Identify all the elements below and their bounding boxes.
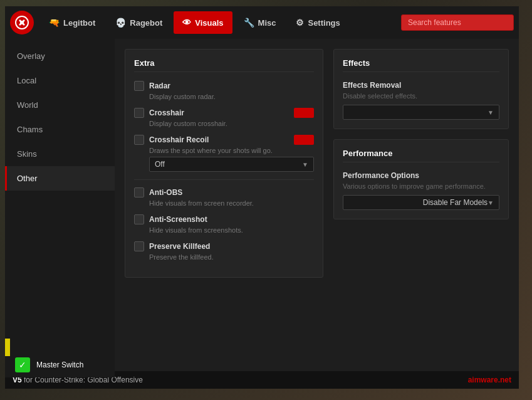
effects-removal-label: Effects Removal [343,81,499,90]
performance-options-dropdown[interactable]: Disable Far Models ▼ [343,195,499,210]
crosshair-label: Crosshair [149,108,184,117]
effects-title: Effects [343,58,499,72]
performance-title: Performance [343,149,499,162]
crosshair-desc: Display custom crosshair. [149,120,314,127]
anti-screenshot-checkbox[interactable] [134,214,144,224]
feature-header-crosshair-recoil: Crosshair Recoil [134,135,314,145]
radar-label: Radar [149,82,170,90]
master-switch-container: ✓ Master Switch [5,352,115,377]
feature-row-crosshair: Crosshair Display custom crosshair. [134,108,314,127]
panel-left: Extra Radar Display custom radar. [125,49,323,361]
crosshair-recoil-header-right: Crosshair Recoil [149,135,314,145]
sidebar-item-skins[interactable]: Skins [5,142,115,166]
tab-visuals-label: Visuals [195,18,223,28]
panel-right: Effects Effects Removal Disable selected… [333,49,509,361]
feature-header-anti-screenshot: Anti-Screenshot [134,214,314,224]
crosshair-header-right: Crosshair [149,108,314,118]
sidebar-item-world[interactable]: World [5,93,115,117]
master-switch-toggle[interactable]: ✓ [15,357,30,372]
legitbot-icon: 🔫 [49,18,60,28]
extra-section-title: Extra [134,58,314,72]
effects-removal-dropdown[interactable]: ▼ [343,105,499,120]
feature-row-anti-obs: Anti-OBS Hide visuals from screen record… [134,187,314,207]
sidebar: Overlay Local World Chams Skins Other [5,39,115,371]
logo [10,11,34,34]
preserve-killfeed-label: Preserve Killfeed [149,242,210,251]
feature-header-preserve-killfeed: Preserve Killfeed [134,241,314,251]
ragebot-icon: 💀 [115,18,126,28]
crosshair-recoil-dropdown-row: Off ▼ [149,157,314,172]
master-switch-label: Master Switch [36,361,83,369]
crosshair-recoil-color-pill[interactable] [294,135,314,145]
anti-screenshot-desc: Hide visuals from screenshots. [149,226,314,234]
performance-options-label: Performance Options [343,171,499,180]
preserve-killfeed-checkbox[interactable] [134,241,144,251]
sidebar-item-overlay[interactable]: Overlay [5,44,115,68]
tab-legitbot-label: Legitbot [63,18,95,28]
crosshair-recoil-dropdown[interactable]: Off ▼ [149,157,314,172]
crosshair-recoil-dropdown-value: Off [155,160,165,169]
tab-settings[interactable]: ⚙ Settings [287,11,348,34]
anti-obs-desc: Hide visuals from screen recorder. [149,199,314,207]
tab-misc-label: Misc [258,18,276,28]
main-content: Overlay Local World Chams Skins Other [5,39,519,371]
performance-dropdown-arrow: ▼ [488,199,494,206]
feature-row-radar: Radar Display custom radar. [134,81,314,100]
sidebar-item-chams[interactable]: Chams [5,117,115,142]
website-label: aimware.net [468,376,511,384]
yellow-accent [5,339,10,356]
divider [134,179,314,180]
effects-section: Effects Effects Removal Disable selected… [333,49,509,129]
tab-misc[interactable]: 🔧 Misc [235,11,285,34]
content-area: Extra Radar Display custom radar. [115,39,519,371]
extra-box: Extra Radar Display custom radar. [125,49,323,278]
sidebar-item-other[interactable]: Other [5,166,115,191]
feature-row-crosshair-recoil: Crosshair Recoil Draws the spot where yo… [134,135,314,172]
tab-legitbot[interactable]: 🔫 Legitbot [40,11,104,34]
performance-section: Performance Performance Options Various … [333,139,509,219]
search-input[interactable] [401,14,514,31]
crosshair-recoil-dropdown-arrow: ▼ [302,161,308,168]
crosshair-color-pill[interactable] [294,108,314,118]
preserve-killfeed-desc: Preserve the killfeed. [149,253,314,261]
tab-ragebot-label: Ragebot [130,18,162,28]
feature-row-preserve-killfeed: Preserve Killfeed Preserve the killfeed. [134,241,314,261]
tab-visuals[interactable]: 👁 Visuals [174,11,232,34]
nav-bar: 🔫 Legitbot 💀 Ragebot 👁 Visuals 🔧 Misc ⚙ … [5,6,519,39]
misc-icon: 🔧 [244,18,254,28]
effects-removal-desc: Disable selected effects. [343,92,499,100]
radar-checkbox[interactable] [134,81,144,91]
crosshair-checkbox[interactable] [134,108,144,118]
feature-header-crosshair: Crosshair [134,108,314,118]
visuals-icon: 👁 [182,18,191,28]
tab-ragebot[interactable]: 💀 Ragebot [107,11,171,34]
feature-header-anti-obs: Anti-OBS [134,187,314,197]
anti-screenshot-label: Anti-Screenshot [149,215,207,224]
effects-removal-dropdown-arrow: ▼ [488,109,494,116]
settings-icon: ⚙ [296,18,304,28]
anti-obs-checkbox[interactable] [134,187,144,197]
crosshair-recoil-checkbox[interactable] [134,135,144,145]
feature-row-anti-screenshot: Anti-Screenshot Hide visuals from screen… [134,214,314,234]
performance-dropdown-value: Disable Far Models [423,198,488,207]
feature-header-radar: Radar [134,81,314,91]
svg-point-1 [20,21,24,24]
sidebar-item-local[interactable]: Local [5,68,115,93]
anti-obs-label: Anti-OBS [149,188,182,197]
tab-settings-label: Settings [308,18,340,28]
crosshair-recoil-desc: Draws the spot where your shots will go. [149,147,314,154]
performance-options-desc: Various options to improve game performa… [343,182,499,190]
crosshair-recoil-label: Crosshair Recoil [149,135,209,144]
radar-desc: Display custom radar. [149,93,314,100]
